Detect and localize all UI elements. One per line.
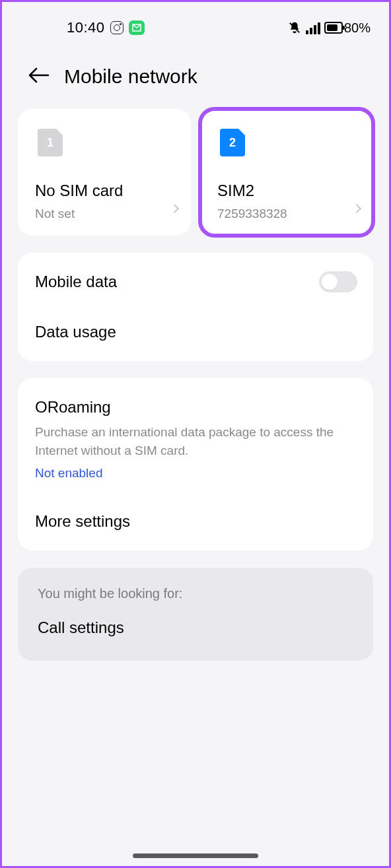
bell-off-icon [287,20,302,35]
sim-icon: 1 [38,129,63,156]
oroaming-row[interactable]: ORoaming Purchase an international data … [18,382,373,496]
battery-percent: 80% [344,20,371,36]
page-header: Mobile network [2,42,389,109]
back-arrow-icon[interactable] [27,67,50,86]
row-title: More settings [35,512,356,531]
row-title: Data usage [35,323,356,341]
sim-subtitle: 7259338328 [217,207,359,221]
call-settings-item[interactable]: Call settings [38,618,353,637]
data-usage-row[interactable]: Data usage [18,307,373,357]
row-status-link: Not enabled [35,466,356,481]
sim-icon: 2 [220,129,245,156]
sim-card-2[interactable]: 2 SIM2 7259338328 [200,109,373,236]
sim-title: No SIM card [35,182,176,200]
status-time: 10:40 [67,19,105,36]
more-settings-row[interactable]: More settings [18,496,373,547]
row-title: Mobile data [35,273,356,291]
sim-title: SIM2 [217,182,359,200]
mobile-data-row[interactable]: Mobile data [18,257,373,307]
data-settings-group: Mobile data Data usage [18,253,373,361]
sim-card-1[interactable]: 1 No SIM card Not set [18,109,191,236]
battery-icon: 80% [324,20,371,36]
suggestion-label: You might be looking for: [38,586,353,601]
instagram-icon [110,21,124,34]
signal-icon [306,21,320,34]
suggestion-box: You might be looking for: Call settings [18,568,373,661]
status-left: 10:40 [20,19,145,36]
mobile-data-toggle[interactable] [319,271,357,292]
page-title: Mobile network [64,65,197,88]
sim-cards-row: 1 No SIM card Not set 2 SIM2 7259338328 [18,109,373,236]
mail-icon [129,20,145,35]
row-title: ORoaming [35,398,356,417]
row-description: Purchase an international data package t… [35,423,356,459]
roaming-group: ORoaming Purchase an international data … [18,378,373,551]
sim-subtitle: Not set [35,207,176,221]
status-right: 80% [287,20,371,36]
status-bar: 10:40 80% [2,2,389,42]
home-indicator[interactable] [133,853,258,858]
